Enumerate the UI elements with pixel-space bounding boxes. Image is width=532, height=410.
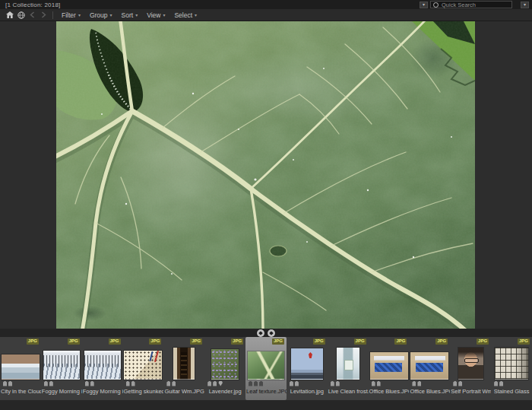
filmstrip-item[interactable]: JPGFoggy Morning in... [82,337,123,400]
thumbnail-filename: Levitation.jpg [287,386,328,395]
badge-row: JPG [491,338,532,345]
filmstrip-prev-button[interactable] [257,329,264,337]
thumbnail-box [328,345,369,380]
thumbnail-filename: Getting skunked.J [123,386,164,395]
file-format-badge: JPG [109,338,121,345]
menu-select[interactable]: Select▾ [169,10,201,21]
thumbnail-image[interactable] [2,354,40,380]
thumbnail-box [163,345,204,380]
keyword-tag-icon [213,381,217,386]
file-format-badge: JPG [231,338,243,345]
file-format-badge: JPG [394,338,407,345]
home-button[interactable] [5,11,14,20]
badge-row: JPG [82,338,123,345]
file-format-badge: JPG [68,338,80,345]
thumbnail-filename: City in the Clouds ... [0,386,41,395]
thumbnail-filename: Stained Glass [491,386,532,395]
thumbnail-image[interactable] [84,351,121,380]
browser-toolbar: Filter▾ Group▾ Sort▾ View▾ Select▾ [0,9,532,21]
thumbnail-image[interactable] [370,352,408,380]
thumbnail-image[interactable] [43,351,80,380]
metadata-icons-row [491,380,532,386]
file-format-badge: JPG [313,338,325,345]
keyword-tag-icon [131,381,135,386]
menu-filter[interactable]: Filter▾ [57,10,85,21]
keyword-tag-icon [336,381,340,386]
filmstrip-item[interactable]: JPGCity in the Clouds ... [0,337,41,400]
keyword-tag-icon [453,381,457,386]
thumbnail-image[interactable] [410,352,448,380]
badge-row: JPG [163,338,204,345]
metadata-icons-row [369,380,410,386]
keyword-tag-icon [331,381,334,386]
badge-row: JPG [287,338,328,345]
filmstrip-item[interactable]: JPGGetting skunked.J [123,337,164,400]
chevron-down-icon: ▾ [135,12,138,17]
file-format-badge: JPG [435,338,448,345]
search-filter-dropdown-button[interactable]: ▾ [420,2,428,8]
keyword-tag-icon [494,381,498,386]
menu-view[interactable]: View▾ [142,10,169,21]
back-button[interactable] [27,11,37,20]
thumbnail-filename: Office Blues.JPG [369,386,410,395]
title-bar: [1 Collection: 2018] ▾ Quick Search ▾ [0,0,532,9]
metadata-icons-row [450,380,491,386]
filmstrip-item[interactable]: JPGLevitation.jpg [287,337,328,400]
quick-search-box[interactable]: Quick Search [430,1,512,8]
metadata-icons-row [0,380,41,386]
keyword-tag-icon [499,381,503,386]
thumbnail-image[interactable] [211,349,239,380]
filmstrip-item[interactable]: JPGGuitar Wm.JPG [163,337,204,400]
thumbnail-box [369,345,410,380]
metadata-icons-row [123,380,164,386]
geotag-pin-icon [218,381,223,386]
filmstrip-item[interactable]: JPGLavender.jpg [204,337,245,400]
thumbnail-image[interactable] [495,348,528,380]
forward-icon [40,11,47,18]
thumbnail-image[interactable] [173,348,195,380]
metadata-icons-row [163,380,204,386]
filmstrip-item[interactable]: JPGLive Clean frost.jpg [328,337,369,400]
filmstrip-next-button[interactable] [268,329,275,337]
thumbnail-image[interactable] [124,351,162,380]
file-format-badge: JPG [272,338,284,345]
keyword-tag-icon [259,381,263,386]
titlebar-menu-button[interactable]: ▾ [521,2,529,8]
filmstrip-item[interactable]: JPGStained Glass [491,337,532,400]
photo-manager-window: [1 Collection: 2018] ▾ Quick Search ▾ [0,0,532,410]
thumbnail-image[interactable] [248,351,284,380]
quick-search-group: ▾ Quick Search [420,1,512,8]
collection-title: [1 Collection: 2018] [0,2,61,8]
badge-row: JPG [41,338,82,345]
filmstrip-item[interactable]: JPGFoggy Morning in... [41,337,82,400]
keyword-tag-icon [458,381,462,386]
forward-button[interactable] [39,11,49,20]
metadata-icons-row [409,380,450,386]
filmstrip-item[interactable]: JPGOffice Blues.JPG [369,337,410,400]
main-photo-leaf-texture[interactable] [56,21,475,329]
thumbnail-filename: Leaf texture.JPG [245,386,287,395]
badge-row: JPG [369,338,410,345]
thumbnail-filename: Foggy Morning in... [41,386,82,395]
browse-button[interactable] [16,11,26,20]
chevron-down-icon: ▾ [195,12,197,17]
thumbnail-image[interactable] [291,348,323,380]
home-icon [6,11,14,18]
filmstrip-item[interactable]: JPGSelf Portrait Wm.j [450,337,491,400]
badge-row: JPG [245,338,287,345]
filmstrip-item[interactable]: JPGLeaf texture.JPG [245,337,287,400]
keyword-tag-icon [126,381,130,386]
thumbnail-image[interactable] [458,348,483,380]
badge-row: JPG [450,338,491,345]
thumbnail-filename: Self Portrait Wm.j [450,386,491,395]
filmstrip-item[interactable]: JPGOffice Blues.JPG [409,337,450,400]
menu-group[interactable]: Group▾ [85,10,117,21]
chevron-down-icon: ▾ [163,12,165,17]
thumbnail-box [204,345,245,380]
file-format-badge: JPG [190,338,202,345]
thumbnail-image[interactable] [337,348,359,380]
keyword-tag-icon [85,381,89,386]
badge-row: JPG [0,338,41,345]
menu-sort[interactable]: Sort▾ [117,10,143,21]
thumbnail-filename: Lavender.jpg [204,386,245,395]
